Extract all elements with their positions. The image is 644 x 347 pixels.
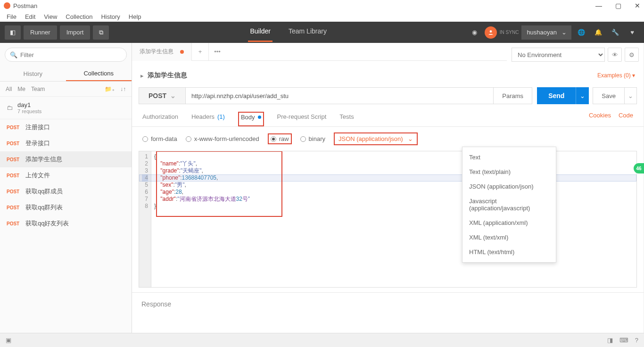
satellite-icon[interactable]: ◉ [468,25,482,40]
content-type-option[interactable]: XML (application/xml) [462,215,556,230]
params-button[interactable]: Params [494,87,532,104]
unsaved-dot-icon [180,50,184,54]
content-type-option[interactable]: Text [462,150,556,165]
close-icon[interactable]: ✕ [635,2,640,9]
statusbar-panel-icon[interactable]: ◨ [607,337,613,344]
sidebar-request-item[interactable]: POST上传文件 [0,167,132,183]
code-link[interactable]: Code [619,112,633,126]
content-type-option[interactable]: Javascript (application/javascript) [462,194,556,215]
add-tab-button[interactable]: + [192,43,209,61]
subtab-prerequest[interactable]: Pre-request Script [277,112,327,126]
menu-help[interactable]: Help [125,12,145,21]
response-section: Response [132,292,644,315]
code-content[interactable]: { "name":"丫头", "grade":"天蝎座", "phone":13… [151,151,253,287]
sidebar-request-item[interactable]: POST添加学生信息 [0,151,132,167]
subtab-authorization[interactable]: Authorization [142,112,178,126]
sidebar-tab-history[interactable]: History [0,66,66,81]
sidebar-tab-collections[interactable]: Collections [66,66,132,81]
menu-view[interactable]: View [40,12,61,21]
tab-team-library[interactable]: Team Library [287,27,329,42]
body-editor[interactable]: 12345678 { "name":"丫头", "grade":"天蝎座", "… [139,151,637,288]
username: hushaoyan [527,29,557,36]
sidebar-request-item[interactable]: POST获取qq群成员 [0,183,132,199]
tab-builder[interactable]: Builder [248,27,272,42]
new-window-icon[interactable]: ⧉ [93,25,109,40]
sort-icon[interactable]: ↓↑ [120,86,126,92]
minimize-icon[interactable]: — [595,2,602,9]
examples-dropdown[interactable]: Examples (0) ▾ [597,72,635,79]
save-button[interactable]: Save [593,87,625,104]
sidebar-request-item[interactable]: POST登录接口 [0,135,132,151]
folder-icon: 🗀 [7,104,13,111]
request-tab[interactable]: 添加学生信息 [132,43,192,61]
globe-icon[interactable]: 🌐 [574,25,588,40]
request-tabs: 添加学生信息 + ••• [132,43,507,61]
chevron-down-icon: ⌄ [561,29,567,36]
breadcrumb-caret-icon[interactable]: ▸ [140,72,144,79]
save-caret[interactable]: ⌄ [625,87,637,104]
filter-me[interactable]: Me [17,86,25,92]
content-type-option[interactable]: XML (text/xml) [462,230,556,245]
maximize-icon[interactable]: ▢ [615,2,621,9]
menubar: File Edit View Collection History Help [0,11,644,22]
active-line-highlight [139,174,636,182]
request-label: 获取qq群列表 [25,203,63,212]
radio-formdata[interactable]: form-data [142,135,177,142]
send-button[interactable]: Send [537,87,576,104]
content-type-option[interactable]: HTML (text/html) [462,245,556,259]
sidebar-request-item[interactable]: POST获取qq好友列表 [0,215,132,231]
env-settings-icon[interactable]: ⚙ [625,48,639,62]
bell-icon[interactable]: 🔔 [591,25,605,40]
method-badge: POST [7,141,21,146]
subtab-headers[interactable]: Headers (1) [191,112,225,126]
sidebar-request-item[interactable]: POST注册接口 [0,119,132,135]
statusbar-console-icon[interactable]: ▣ [6,337,11,344]
url-input[interactable] [186,87,494,104]
statusbar: ▣ ◨ ⌨ ? [0,333,644,347]
content-type-dropdown[interactable]: JSON (application/json) ⌄ [334,132,418,145]
wrench-icon[interactable]: 🔧 [608,25,622,40]
menu-edit[interactable]: Edit [21,12,39,21]
floating-badge[interactable]: 46 [634,163,644,174]
collection-folder[interactable]: 🗀 day1 7 requests [0,97,132,119]
content-type-option[interactable]: Text (text/plain) [462,165,556,179]
env-preview-icon[interactable]: 👁 [608,48,622,62]
add-folder-icon[interactable]: 📁₊ [105,86,115,92]
environment-select[interactable]: No Environment [512,48,605,62]
user-dropdown[interactable]: hushaoyan ⌄ [521,25,571,40]
main-area: 添加学生信息 + ••• No Environment 👁 ⚙ [132,43,644,333]
avatar[interactable] [485,26,497,39]
subtab-body[interactable]: Body [238,112,264,126]
request-tab-title: 添加学生信息 [140,48,173,56]
statusbar-keyboard-icon[interactable]: ⌨ [619,337,628,344]
response-label: Response [141,300,171,308]
radio-urlencoded[interactable]: x-www-form-urlencoded [186,135,259,142]
sidebar-search[interactable]: 🔍 [5,48,127,62]
radio-raw[interactable]: raw [268,133,292,144]
statusbar-help-icon[interactable]: ? [635,337,638,344]
window-title: Postman [13,2,37,9]
send-caret[interactable]: ⌄ [576,87,589,104]
request-label: 获取qq群成员 [25,187,63,196]
request-label: 登录接口 [25,139,50,148]
method-select[interactable]: POST⌄ [139,87,186,104]
menu-file[interactable]: File [3,12,20,21]
cookies-link[interactable]: Cookies [589,112,611,126]
filter-input[interactable] [20,51,122,58]
sidebar-request-item[interactable]: POST获取qq群列表 [0,199,132,215]
method-badge: POST [7,221,21,226]
content-type-option[interactable]: JSON (application/json) [462,179,556,194]
menu-collection[interactable]: Collection [62,12,96,21]
heart-icon[interactable]: ♥ [625,25,639,40]
menu-history[interactable]: History [97,12,124,21]
tab-options-icon[interactable]: ••• [209,43,226,61]
filter-team[interactable]: Team [31,86,45,92]
workspace: 🔍 History Collections All Me Team 📁₊ ↓↑ … [0,43,644,333]
filter-all[interactable]: All [6,86,12,92]
subtab-tests[interactable]: Tests [339,112,354,126]
toggle-sidebar-icon[interactable]: ◧ [5,25,21,40]
sidebar: 🔍 History Collections All Me Team 📁₊ ↓↑ … [0,43,132,333]
runner-button[interactable]: Runner [24,25,57,40]
radio-binary[interactable]: binary [300,135,325,142]
import-button[interactable]: Import [60,25,91,40]
